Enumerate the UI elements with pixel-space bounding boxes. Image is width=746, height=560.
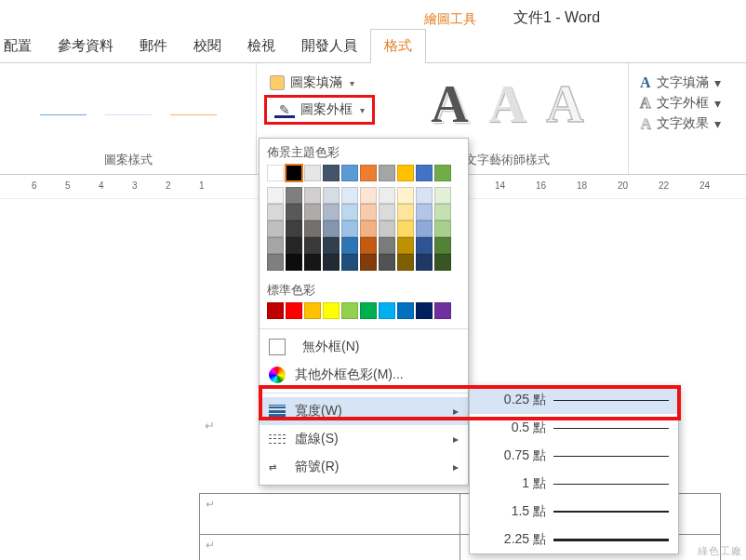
more-outline-colors-item[interactable]: 其他外框色彩(M)... bbox=[260, 361, 468, 389]
color-swatch[interactable] bbox=[341, 302, 358, 319]
color-swatch[interactable] bbox=[397, 204, 414, 220]
color-swatch[interactable] bbox=[304, 237, 321, 254]
color-swatch[interactable] bbox=[323, 302, 340, 319]
tab-開發人員[interactable]: 開發人員 bbox=[288, 30, 370, 62]
color-swatch[interactable] bbox=[416, 237, 433, 254]
shape-fill-button[interactable]: 圖案填滿 ▾ bbox=[264, 73, 360, 93]
color-swatch[interactable] bbox=[341, 204, 358, 220]
color-swatch[interactable] bbox=[416, 220, 433, 237]
color-swatch[interactable] bbox=[360, 254, 377, 271]
outline-width-item[interactable]: 寬度(W) ▸ bbox=[260, 397, 468, 425]
color-swatch[interactable] bbox=[434, 220, 451, 237]
color-swatch[interactable] bbox=[397, 254, 414, 271]
outline-dashes-item[interactable]: 虛線(S) ▸ bbox=[260, 425, 468, 453]
color-swatch[interactable] bbox=[286, 254, 302, 271]
color-swatch[interactable] bbox=[397, 165, 414, 181]
line-style-3[interactable] bbox=[165, 102, 222, 127]
color-swatch[interactable] bbox=[434, 187, 451, 204]
color-swatch[interactable] bbox=[286, 204, 302, 220]
color-swatch[interactable] bbox=[267, 302, 284, 319]
color-swatch[interactable] bbox=[397, 187, 414, 204]
width-option[interactable]: 1.5 點 bbox=[470, 498, 678, 526]
color-swatch[interactable] bbox=[267, 220, 284, 237]
color-swatch[interactable] bbox=[379, 204, 395, 220]
width-option[interactable]: 0.75 點 bbox=[470, 442, 678, 470]
color-swatch[interactable] bbox=[397, 237, 414, 254]
wordart-style-1[interactable]: A bbox=[423, 74, 477, 134]
tab-校閱[interactable]: 校閱 bbox=[180, 30, 234, 62]
color-swatch[interactable] bbox=[360, 220, 377, 237]
color-swatch[interactable] bbox=[379, 187, 395, 204]
color-swatch[interactable] bbox=[341, 165, 358, 181]
color-swatch[interactable] bbox=[286, 220, 302, 237]
color-swatch[interactable] bbox=[434, 237, 451, 254]
color-swatch[interactable] bbox=[267, 237, 284, 254]
color-swatch[interactable] bbox=[379, 254, 395, 271]
no-outline-item[interactable]: 無外框(N) bbox=[260, 333, 468, 361]
color-swatch[interactable] bbox=[360, 204, 377, 220]
color-swatch[interactable] bbox=[379, 237, 395, 254]
color-swatch[interactable] bbox=[416, 302, 433, 319]
line-style-1[interactable] bbox=[34, 102, 92, 127]
color-swatch[interactable] bbox=[286, 187, 302, 204]
color-swatch[interactable] bbox=[341, 254, 358, 271]
color-swatch[interactable] bbox=[323, 187, 340, 204]
color-swatch[interactable] bbox=[267, 165, 284, 181]
color-swatch[interactable] bbox=[267, 187, 284, 204]
color-swatch[interactable] bbox=[341, 187, 358, 204]
color-swatch[interactable] bbox=[323, 165, 340, 181]
color-swatch[interactable] bbox=[267, 254, 284, 271]
color-swatch[interactable] bbox=[360, 187, 377, 204]
color-swatch[interactable] bbox=[323, 237, 340, 254]
color-swatch[interactable] bbox=[379, 220, 395, 237]
color-swatch[interactable] bbox=[304, 165, 321, 181]
tab-參考資料[interactable]: 參考資料 bbox=[45, 30, 127, 62]
color-swatch[interactable] bbox=[360, 165, 377, 181]
color-swatch[interactable] bbox=[341, 237, 358, 254]
color-swatch[interactable] bbox=[304, 302, 321, 319]
color-swatch[interactable] bbox=[304, 220, 321, 237]
width-option[interactable]: 1 點 bbox=[470, 470, 678, 498]
shape-outline-button[interactable]: ✎ 圖案外框 ▾ bbox=[264, 95, 375, 125]
color-swatch[interactable] bbox=[267, 204, 284, 220]
color-swatch[interactable] bbox=[416, 165, 433, 181]
color-swatch[interactable] bbox=[286, 237, 302, 254]
text-outline-button[interactable]: A文字外框▾ bbox=[640, 95, 721, 112]
width-option[interactable]: 0.25 點 bbox=[470, 386, 678, 414]
color-swatch[interactable] bbox=[416, 204, 433, 220]
line-style-2[interactable] bbox=[100, 102, 157, 127]
color-swatch[interactable] bbox=[286, 302, 302, 319]
color-swatch[interactable] bbox=[323, 204, 340, 220]
color-swatch[interactable] bbox=[379, 302, 395, 319]
color-swatch[interactable] bbox=[286, 165, 302, 181]
wordart-style-2[interactable]: A bbox=[481, 74, 535, 134]
color-swatch[interactable] bbox=[304, 187, 321, 204]
tab-配置[interactable]: 配置 bbox=[0, 30, 45, 62]
color-swatch[interactable] bbox=[434, 302, 451, 319]
tab-郵件[interactable]: 郵件 bbox=[127, 30, 180, 62]
tab-格式[interactable]: 格式 bbox=[370, 29, 426, 63]
color-swatch[interactable] bbox=[397, 302, 414, 319]
color-swatch[interactable] bbox=[360, 237, 377, 254]
wordart-style-3[interactable]: A bbox=[539, 74, 593, 134]
vertical-ruler[interactable] bbox=[0, 199, 22, 560]
color-swatch[interactable] bbox=[323, 254, 340, 271]
text-fill-button[interactable]: A文字填滿▾ bbox=[640, 74, 721, 91]
color-swatch[interactable] bbox=[341, 220, 358, 237]
color-swatch[interactable] bbox=[323, 220, 340, 237]
outline-arrows-item[interactable]: ⇄ 箭號(R) ▸ bbox=[260, 453, 468, 481]
color-swatch[interactable] bbox=[434, 165, 451, 181]
color-swatch[interactable] bbox=[304, 254, 321, 271]
color-swatch[interactable] bbox=[434, 254, 451, 271]
color-swatch[interactable] bbox=[416, 187, 433, 204]
color-swatch[interactable] bbox=[379, 165, 395, 181]
color-swatch[interactable] bbox=[360, 302, 377, 319]
width-option[interactable]: 2.25 點 bbox=[470, 526, 678, 553]
color-swatch[interactable] bbox=[434, 204, 451, 220]
color-swatch[interactable] bbox=[304, 204, 321, 220]
width-option[interactable]: 0.5 點 bbox=[470, 414, 678, 442]
color-swatch[interactable] bbox=[416, 254, 433, 271]
text-effects-button[interactable]: A文字效果▾ bbox=[640, 115, 721, 132]
color-swatch[interactable] bbox=[397, 220, 414, 237]
tab-檢視[interactable]: 檢視 bbox=[234, 30, 288, 62]
